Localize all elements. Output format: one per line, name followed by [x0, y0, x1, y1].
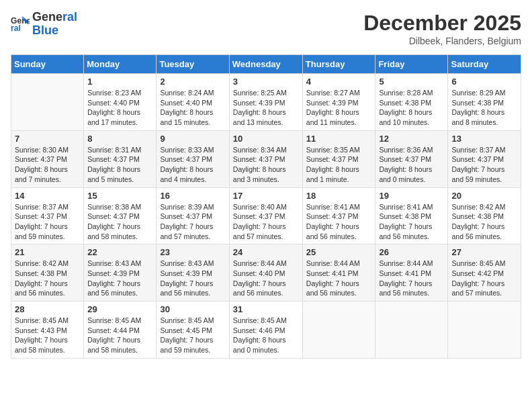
- day-info: Sunrise: 8:31 AMSunset: 4:37 PMDaylight:…: [87, 145, 152, 185]
- calendar-day-cell: 27Sunrise: 8:45 AMSunset: 4:42 PMDayligh…: [448, 244, 521, 302]
- day-number: 31: [233, 304, 299, 314]
- calendar-week-row: 21Sunrise: 8:42 AMSunset: 4:38 PMDayligh…: [11, 244, 521, 302]
- day-info: Sunrise: 8:23 AMSunset: 4:40 PMDaylight:…: [87, 88, 152, 128]
- calendar-day-cell: 7Sunrise: 8:30 AMSunset: 4:37 PMDaylight…: [11, 130, 84, 187]
- logo-line2: Blue: [32, 24, 77, 38]
- location: Dilbeek, Flanders, Belgium: [363, 36, 521, 46]
- day-number: 11: [306, 134, 372, 144]
- logo-icon: Gene ral: [11, 15, 30, 34]
- day-number: 10: [233, 134, 299, 144]
- calendar-day-cell: 15Sunrise: 8:38 AMSunset: 4:37 PMDayligh…: [84, 187, 157, 244]
- day-number: 29: [87, 304, 152, 314]
- day-info: Sunrise: 8:41 AMSunset: 4:38 PMDaylight:…: [379, 202, 444, 242]
- day-info: Sunrise: 8:37 AMSunset: 4:37 PMDaylight:…: [451, 145, 517, 185]
- col-monday: Monday: [84, 55, 157, 74]
- day-info: Sunrise: 8:45 AMSunset: 4:45 PMDaylight:…: [160, 316, 225, 355]
- col-thursday: Thursday: [302, 55, 375, 74]
- day-info: Sunrise: 8:43 AMSunset: 4:39 PMDaylight:…: [160, 259, 225, 298]
- day-number: 28: [15, 304, 80, 314]
- day-number: 14: [15, 191, 80, 201]
- calendar-week-row: 14Sunrise: 8:37 AMSunset: 4:37 PMDayligh…: [11, 187, 521, 244]
- day-number: 27: [451, 247, 517, 257]
- calendar-day-cell: 26Sunrise: 8:44 AMSunset: 4:41 PMDayligh…: [375, 244, 448, 302]
- svg-text:ral: ral: [11, 24, 21, 33]
- calendar-day-cell: 30Sunrise: 8:45 AMSunset: 4:45 PMDayligh…: [157, 302, 229, 359]
- calendar-week-row: 1Sunrise: 8:23 AMSunset: 4:40 PMDaylight…: [11, 74, 521, 131]
- calendar-week-row: 7Sunrise: 8:30 AMSunset: 4:37 PMDaylight…: [11, 130, 521, 187]
- day-number: 5: [379, 77, 444, 87]
- calendar-day-cell: 8Sunrise: 8:31 AMSunset: 4:37 PMDaylight…: [84, 130, 157, 187]
- day-info: Sunrise: 8:45 AMSunset: 4:46 PMDaylight:…: [233, 316, 299, 355]
- day-number: 12: [379, 134, 444, 144]
- col-wednesday: Wednesday: [229, 55, 302, 74]
- day-info: Sunrise: 8:43 AMSunset: 4:39 PMDaylight:…: [87, 259, 152, 298]
- day-number: 3: [233, 77, 299, 87]
- page-header: Gene ral General Blue December 2025 Dilb…: [11, 11, 521, 46]
- calendar-day-cell: 9Sunrise: 8:33 AMSunset: 4:37 PMDaylight…: [157, 130, 229, 187]
- calendar-day-cell: 22Sunrise: 8:43 AMSunset: 4:39 PMDayligh…: [84, 244, 157, 302]
- day-info: Sunrise: 8:25 AMSunset: 4:39 PMDaylight:…: [233, 88, 299, 128]
- calendar-day-cell: [375, 302, 448, 359]
- day-info: Sunrise: 8:45 AMSunset: 4:42 PMDaylight:…: [451, 259, 517, 298]
- day-info: Sunrise: 8:24 AMSunset: 4:40 PMDaylight:…: [160, 88, 225, 128]
- calendar-day-cell: 5Sunrise: 8:28 AMSunset: 4:38 PMDaylight…: [375, 74, 448, 131]
- calendar-day-cell: 1Sunrise: 8:23 AMSunset: 4:40 PMDaylight…: [84, 74, 157, 131]
- day-info: Sunrise: 8:40 AMSunset: 4:37 PMDaylight:…: [233, 202, 299, 242]
- day-number: 8: [87, 134, 152, 144]
- day-info: Sunrise: 8:27 AMSunset: 4:39 PMDaylight:…: [306, 88, 372, 128]
- day-info: Sunrise: 8:36 AMSunset: 4:37 PMDaylight:…: [379, 145, 444, 185]
- day-number: 20: [451, 191, 517, 201]
- day-number: 22: [87, 247, 152, 257]
- col-sunday: Sunday: [11, 55, 84, 74]
- calendar-day-cell: 6Sunrise: 8:29 AMSunset: 4:38 PMDaylight…: [448, 74, 521, 131]
- day-number: 1: [87, 77, 152, 87]
- col-friday: Friday: [375, 55, 448, 74]
- day-info: Sunrise: 8:35 AMSunset: 4:37 PMDaylight:…: [306, 145, 372, 185]
- calendar-day-cell: 23Sunrise: 8:43 AMSunset: 4:39 PMDayligh…: [157, 244, 229, 302]
- day-info: Sunrise: 8:38 AMSunset: 4:37 PMDaylight:…: [87, 202, 152, 242]
- calendar-table: Sunday Monday Tuesday Wednesday Thursday…: [11, 54, 521, 359]
- day-number: 24: [233, 247, 299, 257]
- day-info: Sunrise: 8:37 AMSunset: 4:37 PMDaylight:…: [15, 202, 80, 242]
- day-number: 7: [15, 134, 80, 144]
- day-info: Sunrise: 8:41 AMSunset: 4:37 PMDaylight:…: [306, 202, 372, 242]
- calendar-day-cell: 2Sunrise: 8:24 AMSunset: 4:40 PMDaylight…: [157, 74, 229, 131]
- month-title: December 2025: [363, 11, 521, 36]
- calendar-day-cell: 18Sunrise: 8:41 AMSunset: 4:37 PMDayligh…: [302, 187, 375, 244]
- calendar-day-cell: 12Sunrise: 8:36 AMSunset: 4:37 PMDayligh…: [375, 130, 448, 187]
- day-info: Sunrise: 8:44 AMSunset: 4:41 PMDaylight:…: [379, 259, 444, 298]
- day-info: Sunrise: 8:28 AMSunset: 4:38 PMDaylight:…: [379, 88, 444, 128]
- day-info: Sunrise: 8:42 AMSunset: 4:38 PMDaylight:…: [15, 259, 80, 298]
- day-number: 30: [160, 304, 225, 314]
- calendar-day-cell: 10Sunrise: 8:34 AMSunset: 4:37 PMDayligh…: [229, 130, 302, 187]
- col-tuesday: Tuesday: [157, 55, 229, 74]
- calendar-day-cell: 4Sunrise: 8:27 AMSunset: 4:39 PMDaylight…: [302, 74, 375, 131]
- calendar-day-cell: 24Sunrise: 8:44 AMSunset: 4:40 PMDayligh…: [229, 244, 302, 302]
- day-info: Sunrise: 8:29 AMSunset: 4:38 PMDaylight:…: [451, 88, 517, 128]
- calendar-day-cell: [302, 302, 375, 359]
- calendar-week-row: 28Sunrise: 8:45 AMSunset: 4:43 PMDayligh…: [11, 302, 521, 359]
- calendar-day-cell: 21Sunrise: 8:42 AMSunset: 4:38 PMDayligh…: [11, 244, 84, 302]
- day-number: 2: [160, 77, 225, 87]
- day-number: 18: [306, 191, 372, 201]
- day-info: Sunrise: 8:34 AMSunset: 4:37 PMDaylight:…: [233, 145, 299, 185]
- calendar-day-cell: 25Sunrise: 8:44 AMSunset: 4:41 PMDayligh…: [302, 244, 375, 302]
- calendar-day-cell: 28Sunrise: 8:45 AMSunset: 4:43 PMDayligh…: [11, 302, 84, 359]
- calendar-day-cell: [11, 74, 84, 131]
- title-block: December 2025 Dilbeek, Flanders, Belgium: [363, 11, 521, 46]
- day-info: Sunrise: 8:44 AMSunset: 4:40 PMDaylight:…: [233, 259, 299, 298]
- day-number: 21: [15, 247, 80, 257]
- calendar-day-cell: 11Sunrise: 8:35 AMSunset: 4:37 PMDayligh…: [302, 130, 375, 187]
- day-info: Sunrise: 8:33 AMSunset: 4:37 PMDaylight:…: [160, 145, 225, 185]
- logo-line1: General: [32, 11, 77, 24]
- day-info: Sunrise: 8:30 AMSunset: 4:37 PMDaylight:…: [15, 145, 80, 185]
- calendar-day-cell: [448, 302, 521, 359]
- calendar-day-cell: 13Sunrise: 8:37 AMSunset: 4:37 PMDayligh…: [448, 130, 521, 187]
- day-info: Sunrise: 8:39 AMSunset: 4:37 PMDaylight:…: [160, 202, 225, 242]
- day-number: 19: [379, 191, 444, 201]
- calendar-day-cell: 14Sunrise: 8:37 AMSunset: 4:37 PMDayligh…: [11, 187, 84, 244]
- day-number: 13: [451, 134, 517, 144]
- day-number: 25: [306, 247, 372, 257]
- day-number: 9: [160, 134, 225, 144]
- day-info: Sunrise: 8:42 AMSunset: 4:38 PMDaylight:…: [451, 202, 517, 242]
